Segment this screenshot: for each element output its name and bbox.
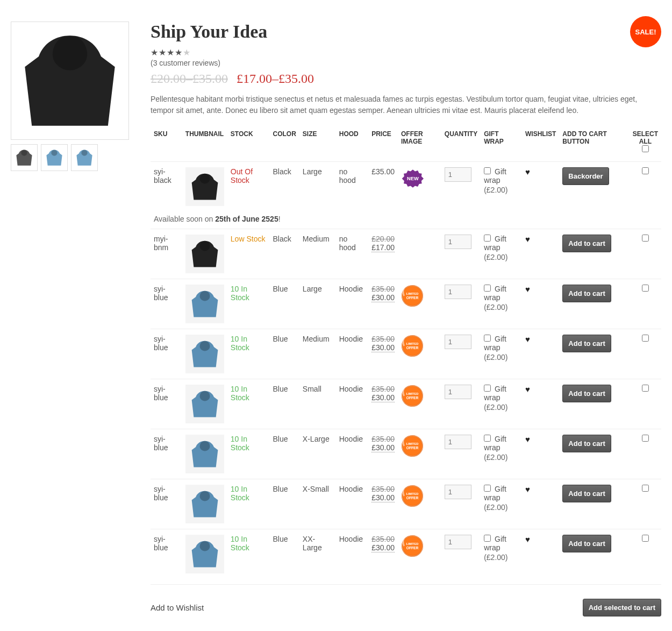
table-row: myi-bnmLow StockBlackMediumno hood£20.00… — [151, 229, 661, 279]
size-cell: X-Large — [299, 429, 336, 479]
row-thumbnail[interactable] — [185, 235, 224, 273]
stock-status: Low Stock — [231, 235, 266, 243]
add-to-cart-button[interactable]: Add to cart — [562, 485, 611, 502]
gift-wrap-checkbox[interactable] — [484, 435, 491, 442]
size-cell: Small — [299, 379, 336, 429]
heart-icon[interactable]: ♥ — [525, 435, 530, 444]
quantity-input[interactable] — [445, 485, 471, 499]
add-to-cart-button[interactable]: Add to cart — [562, 535, 611, 552]
sku-cell: syi-blue — [151, 529, 182, 579]
size-cell: Large — [299, 279, 336, 329]
heart-icon[interactable]: ♥ — [525, 167, 530, 176]
col-wishlist: WISHLIST — [522, 126, 559, 162]
col-gift-wrap: GIFT WRAP — [481, 126, 522, 162]
reviews-link[interactable]: (3 customer reviews) — [151, 59, 661, 67]
new-price: £17.00 — [371, 243, 395, 252]
old-price: £35.00 — [371, 435, 395, 443]
row-select-checkbox[interactable] — [642, 285, 649, 292]
row-select-checkbox[interactable] — [642, 385, 649, 392]
gift-wrap-price: (£2.00) — [484, 353, 519, 361]
stock-status: 10 In Stock — [231, 435, 249, 452]
quantity-input[interactable] — [445, 235, 471, 249]
limited-offer-icon — [401, 435, 424, 457]
table-row: syi-blue10 In StockBlueX-LargeHoodie£35.… — [151, 429, 661, 479]
thumbnail-blue-2[interactable] — [71, 144, 98, 171]
gift-wrap-checkbox[interactable] — [484, 335, 491, 342]
row-select-checkbox[interactable] — [642, 167, 649, 174]
quantity-input[interactable] — [445, 535, 471, 549]
size-cell: Large — [299, 162, 336, 212]
new-price: £30.00 — [371, 343, 395, 352]
main-product-image[interactable] — [11, 22, 129, 140]
sale-badge: SALE! — [630, 16, 661, 47]
size-cell: Medium — [299, 229, 336, 279]
heart-icon[interactable]: ♥ — [525, 535, 530, 544]
new-price: £30.00 — [371, 493, 395, 502]
backorder-button[interactable]: Backorder — [562, 167, 609, 185]
gift-wrap-checkbox[interactable] — [484, 285, 491, 292]
limited-offer-icon — [401, 485, 424, 507]
limited-offer-icon — [401, 285, 424, 307]
quantity-input[interactable] — [445, 285, 471, 299]
col-sku: SKU — [151, 126, 182, 162]
row-thumbnail[interactable] — [185, 385, 224, 423]
quantity-input[interactable] — [445, 335, 471, 349]
sku-cell: syi-blue — [151, 479, 182, 529]
quantity-input[interactable] — [445, 385, 471, 399]
row-select-checkbox[interactable] — [642, 235, 649, 242]
heart-icon[interactable]: ♥ — [525, 285, 530, 294]
size-cell: X-Small — [299, 479, 336, 529]
old-price: £35.00 — [371, 285, 395, 293]
row-thumbnail[interactable] — [185, 167, 224, 206]
row-select-checkbox[interactable] — [642, 535, 649, 542]
row-thumbnail[interactable] — [185, 535, 224, 573]
heart-icon[interactable]: ♥ — [525, 385, 530, 394]
thumbnail-blue-1[interactable] — [41, 144, 68, 171]
stock-status: 10 In Stock — [231, 285, 249, 302]
stock-status: 10 In Stock — [231, 485, 249, 502]
table-row: syi-blue10 In StockBlueLargeHoodie£35.00… — [151, 279, 661, 329]
select-all-checkbox[interactable] — [642, 145, 649, 152]
hood-cell: Hoodie — [336, 529, 368, 579]
add-to-cart-button[interactable]: Add to cart — [562, 285, 611, 302]
quantity-input[interactable] — [445, 435, 471, 449]
add-to-cart-button[interactable]: Add to cart — [562, 385, 611, 402]
gift-wrap-checkbox[interactable] — [484, 485, 491, 492]
variations-table: SKU THUMBNAIL STOCK COLOR SIZE HOOD PRIC… — [151, 126, 661, 579]
row-thumbnail[interactable] — [185, 285, 224, 323]
thumbnail-black[interactable] — [11, 144, 38, 171]
gift-wrap-price: (£2.00) — [484, 553, 519, 562]
row-select-checkbox[interactable] — [642, 485, 649, 492]
hood-cell: Hoodie — [336, 279, 368, 329]
col-add-to-cart: ADD TO CART BUTTON — [559, 126, 629, 162]
gift-wrap-checkbox[interactable] — [484, 385, 491, 392]
gift-wrap-checkbox[interactable] — [484, 235, 491, 242]
row-thumbnail[interactable] — [185, 335, 224, 373]
heart-icon[interactable]: ♥ — [525, 235, 530, 244]
row-select-checkbox[interactable] — [642, 435, 649, 442]
hood-cell: Hoodie — [336, 429, 368, 479]
gift-wrap-checkbox[interactable] — [484, 535, 491, 542]
col-hood: HOOD — [336, 126, 368, 162]
gift-wrap-checkbox[interactable] — [484, 167, 491, 174]
sku-cell: syi-black — [151, 162, 182, 212]
row-thumbnail[interactable] — [185, 435, 224, 473]
color-cell: Blue — [270, 479, 299, 529]
add-to-cart-button[interactable]: Add to cart — [562, 335, 611, 352]
hood-cell: no hood — [336, 162, 368, 212]
row-thumbnail[interactable] — [185, 485, 224, 523]
size-cell: XX-Large — [299, 529, 336, 579]
add-to-cart-button[interactable]: Add to cart — [562, 435, 611, 452]
add-selected-to-cart-button[interactable]: Add selected to cart — [583, 599, 661, 616]
add-to-cart-button[interactable]: Add to cart — [562, 235, 611, 252]
gift-wrap-price: (£2.00) — [484, 403, 519, 412]
row-select-checkbox[interactable] — [642, 335, 649, 342]
heart-icon[interactable]: ♥ — [525, 335, 530, 344]
old-price: £20.00 — [371, 235, 395, 243]
sku-cell: myi-bnm — [151, 229, 182, 279]
heart-icon[interactable]: ♥ — [525, 485, 530, 494]
limited-offer-icon — [401, 385, 424, 407]
quantity-input[interactable] — [445, 167, 471, 182]
add-to-wishlist-link[interactable]: Add to Wishlist — [151, 603, 204, 612]
col-color: COLOR — [270, 126, 299, 162]
